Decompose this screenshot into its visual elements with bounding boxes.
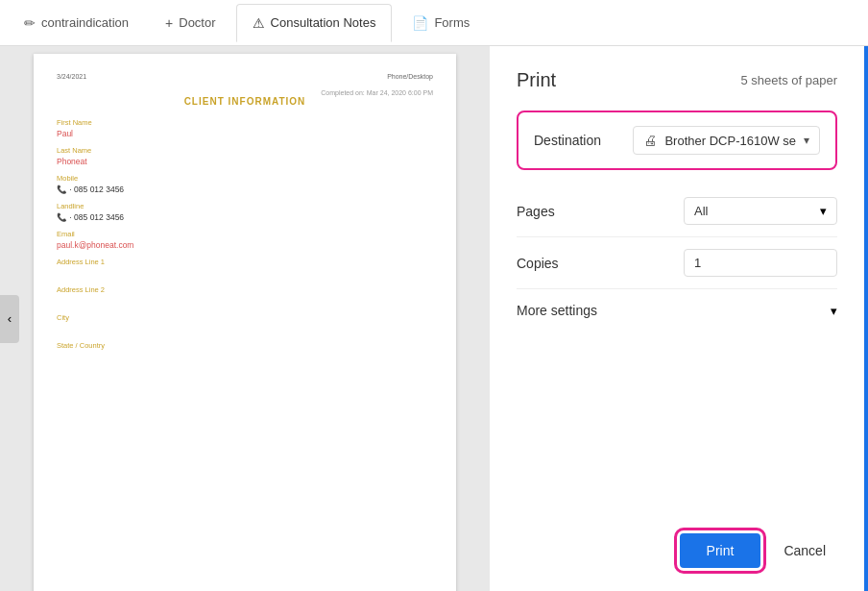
- tab-bar: ✏ contraindication + Doctor ⚠ Consultati…: [0, 0, 868, 46]
- plus-icon: +: [165, 15, 173, 31]
- tab-consultation-notes[interactable]: ⚠ Consultation Notes: [236, 4, 393, 42]
- doc-preview[interactable]: ‹ 3/24/2021 Phone/Desktop Completed on: …: [0, 46, 490, 591]
- more-settings-row[interactable]: More settings ▾: [517, 289, 837, 332]
- collapse-button[interactable]: ‹: [0, 295, 19, 343]
- page-header-1: 3/24/2021 Phone/Desktop: [57, 73, 433, 80]
- destination-label: Destination: [534, 133, 601, 148]
- field-label-lastname: Last Name: [57, 146, 433, 155]
- field-value-address2: [57, 296, 433, 306]
- tab-contraindication[interactable]: ✏ contraindication: [8, 4, 145, 42]
- field-value-city: [57, 324, 433, 333]
- page-date-1: 3/24/2021: [57, 73, 86, 80]
- bottom-buttons: Print Cancel: [517, 514, 837, 568]
- field-value-firstname: Paul: [57, 129, 433, 138]
- field-value-email: paul.k@phoneat.com: [57, 240, 433, 250]
- print-button[interactable]: Print: [680, 533, 761, 568]
- copies-label: Copies: [517, 256, 559, 271]
- print-title: Print: [517, 69, 556, 91]
- page-device-1: Phone/Desktop: [387, 73, 433, 80]
- field-value-address1: [57, 268, 433, 278]
- chevron-down-icon: ▾: [804, 134, 809, 147]
- field-label-state: State / Country: [57, 341, 433, 350]
- pages-value: All: [694, 204, 708, 218]
- print-panel: Print 5 sheets of paper Destination 🖨 Br…: [490, 46, 864, 591]
- field-value-mobile: 📞 · 085 012 3456: [57, 185, 433, 194]
- more-settings-chevron-icon: ▾: [831, 304, 837, 318]
- copies-input[interactable]: [684, 249, 837, 277]
- chevron-left-icon: ‹: [8, 311, 12, 326]
- field-value-landline: 📞 · 085 012 3456: [57, 212, 433, 222]
- pages-row: Pages All ▾: [517, 185, 837, 237]
- document-icon: 📄: [412, 15, 428, 31]
- page-card-1: 3/24/2021 Phone/Desktop Completed on: Ma…: [34, 54, 456, 591]
- field-value-lastname: Phoneat: [57, 157, 433, 166]
- field-value-state: [57, 352, 433, 361]
- field-label-address1: Address Line 1: [57, 258, 433, 266]
- more-settings-label: More settings: [517, 303, 597, 318]
- pages-chevron-icon: ▾: [820, 204, 827, 218]
- page-section-title-1: CLIENT INFORMATION: [57, 96, 433, 107]
- printer-icon: 🖨: [643, 133, 657, 148]
- field-label-address2: Address Line 2: [57, 285, 433, 294]
- tab-forms[interactable]: 📄 Forms: [396, 4, 486, 42]
- page-completed-1: Completed on: Mar 24, 2020 6:00 PM: [57, 89, 433, 96]
- destination-box: Destination 🖨 Brother DCP-1610W se ▾: [517, 111, 837, 170]
- edit-icon: ✏: [24, 15, 36, 31]
- field-label-email: Email: [57, 230, 433, 238]
- destination-value: Brother DCP-1610W se: [664, 134, 796, 148]
- right-accent-bar: [864, 46, 868, 591]
- main-content: ‹ 3/24/2021 Phone/Desktop Completed on: …: [0, 46, 868, 591]
- field-label-landline: Landline: [57, 202, 433, 210]
- copies-row: Copies: [517, 237, 837, 289]
- warning-icon: ⚠: [253, 15, 265, 31]
- print-header: Print 5 sheets of paper: [517, 69, 837, 91]
- destination-select[interactable]: 🖨 Brother DCP-1610W se ▾: [633, 126, 820, 155]
- pages-select[interactable]: All ▾: [684, 197, 837, 225]
- sheets-info: 5 sheets of paper: [741, 73, 837, 87]
- pages-label: Pages: [517, 204, 555, 219]
- field-label-firstname: First Name: [57, 118, 433, 127]
- field-label-mobile: Mobile: [57, 174, 433, 183]
- tab-doctor[interactable]: + Doctor: [149, 4, 231, 42]
- cancel-button[interactable]: Cancel: [772, 533, 837, 568]
- field-label-city: City: [57, 313, 433, 322]
